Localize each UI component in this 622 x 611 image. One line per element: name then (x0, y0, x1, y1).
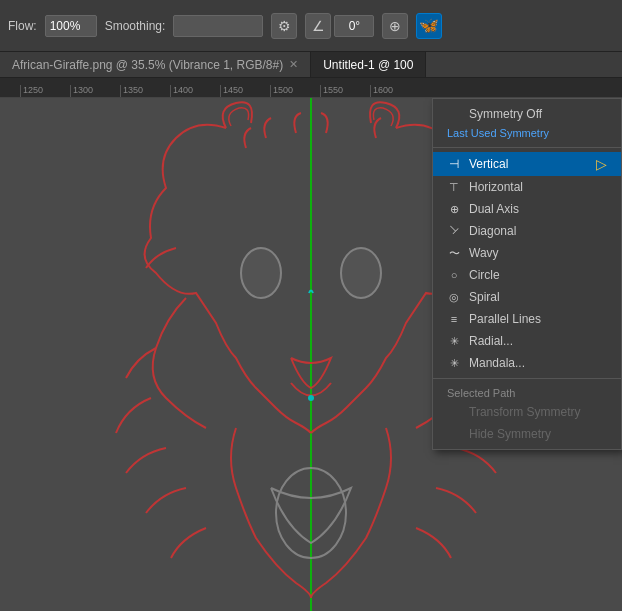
radial-label: Radial... (469, 334, 513, 348)
diagonal-item[interactable]: ⊣ Diagonal (433, 220, 621, 242)
smoothing-label: Smoothing: (105, 19, 166, 33)
horizontal-label: Horizontal (469, 180, 523, 194)
mandala-label: Mandala... (469, 356, 525, 370)
menu-separator-2 (433, 378, 621, 379)
transform-symmetry-label: Transform Symmetry (469, 405, 581, 419)
wavy-icon: 〜 (447, 246, 461, 260)
butterfly-icon: 🦋 (419, 16, 439, 35)
vertical-label: Vertical (469, 157, 508, 171)
circle-icon: ○ (447, 268, 461, 282)
horizontal-icon: ⊤ (447, 180, 461, 194)
spiral-item[interactable]: ◎ Spiral (433, 286, 621, 308)
degree-input[interactable] (334, 15, 374, 37)
smoothing-input[interactable] (173, 15, 263, 37)
wavy-item[interactable]: 〜 Wavy (433, 242, 621, 264)
svg-point-2 (241, 248, 281, 298)
diagonal-label: Diagonal (469, 224, 516, 238)
svg-point-3 (341, 248, 381, 298)
tab-african-giraffe[interactable]: African-Giraffe.png @ 35.5% (Vibrance 1,… (0, 52, 311, 77)
dual-axis-item[interactable]: ⊕ Dual Axis (433, 198, 621, 220)
ruler-marks: 1250 1300 1350 1400 1450 1500 1550 1600 (20, 85, 420, 97)
selected-path-label: Selected Path (433, 383, 621, 401)
angle-control: ∠ (305, 13, 374, 39)
svg-point-5 (308, 395, 314, 401)
symmetry-off-label: Symmetry Off (469, 107, 542, 121)
spiral-icon: ◎ (447, 290, 461, 304)
radial-icon: ✳ (447, 334, 461, 348)
spiral-label: Spiral (469, 290, 500, 304)
symmetry-off-icon (447, 107, 461, 121)
hide-symmetry-label: Hide Symmetry (469, 427, 551, 441)
vertical-icon: ⊣ (447, 157, 461, 171)
ruler-mark: 1450 (220, 85, 270, 97)
mandala-icon: ✳ (447, 356, 461, 370)
dual-axis-label: Dual Axis (469, 202, 519, 216)
last-used-symmetry[interactable]: Last Used Symmetry (433, 125, 621, 143)
menu-separator-1 (433, 147, 621, 148)
ruler-mark: 1600 (370, 85, 420, 97)
dual-axis-icon: ⊕ (447, 202, 461, 216)
parallel-lines-item[interactable]: ≡ Parallel Lines (433, 308, 621, 330)
ruler-mark: 1300 (70, 85, 120, 97)
ruler-mark: 1250 (20, 85, 70, 97)
cursor-indicator: ▷ (596, 156, 607, 172)
mandala-item[interactable]: ✳ Mandala... (433, 352, 621, 374)
tab-bar: African-Giraffe.png @ 35.5% (Vibrance 1,… (0, 52, 622, 78)
ruler-mark: 1550 (320, 85, 370, 97)
radial-item[interactable]: ✳ Radial... (433, 330, 621, 352)
angle-icon[interactable]: ∠ (305, 13, 331, 39)
transform-symmetry-item[interactable]: Transform Symmetry (433, 401, 621, 423)
flow-label: Flow: (8, 19, 37, 33)
ruler-mark: 1400 (170, 85, 220, 97)
diagonal-icon: ⊣ (444, 221, 464, 241)
settings-icon-btn[interactable]: ⚙ (271, 13, 297, 39)
parallel-lines-icon: ≡ (447, 312, 461, 326)
horizontal-ruler: 1250 1300 1350 1400 1450 1500 1550 1600 (0, 78, 622, 98)
parallel-lines-label: Parallel Lines (469, 312, 541, 326)
symmetry-off-item[interactable]: Symmetry Off (433, 103, 621, 125)
hide-symmetry-item[interactable]: Hide Symmetry (433, 423, 621, 445)
circle-label: Circle (469, 268, 500, 282)
ruler-mark: 1350 (120, 85, 170, 97)
tab-untitled[interactable]: Untitled-1 @ 100 (311, 52, 426, 77)
tab-close-icon[interactable]: ✕ (289, 58, 298, 71)
canvas-area[interactable]: Symmetry Off Last Used Symmetry ⊣ Vertic… (0, 98, 622, 611)
symmetry-dropdown: Symmetry Off Last Used Symmetry ⊣ Vertic… (432, 98, 622, 450)
vertical-item[interactable]: ⊣ Vertical ▷ (433, 152, 621, 176)
flow-input[interactable] (45, 15, 97, 37)
symmetry-icon-btn[interactable]: 🦋 (416, 13, 442, 39)
transform-symmetry-icon (447, 405, 461, 419)
toolbar: Flow: Smoothing: ⚙ ∠ ⊕ 🦋 (0, 0, 622, 52)
hide-symmetry-icon (447, 427, 461, 441)
wavy-label: Wavy (469, 246, 499, 260)
ruler-mark: 1500 (270, 85, 320, 97)
circle-item[interactable]: ○ Circle (433, 264, 621, 286)
horizontal-item[interactable]: ⊤ Horizontal (433, 176, 621, 198)
pressure-icon-btn[interactable]: ⊕ (382, 13, 408, 39)
